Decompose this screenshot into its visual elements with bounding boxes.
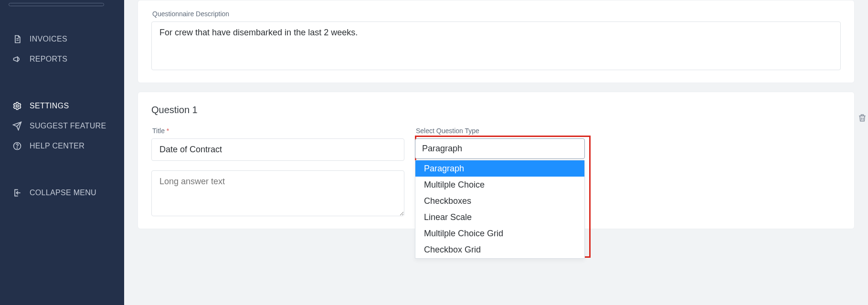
sidebar-item-label: SUGGEST FEATURE [30,122,106,130]
long-answer-textarea[interactable] [151,170,404,216]
question-type-select[interactable]: Paragraph [415,138,585,159]
sidebar-item-label: COLLAPSE MENU [30,189,96,197]
main-content: Questionnaire Description For crew that … [124,0,868,305]
send-icon [12,121,22,131]
sidebar-item-reports[interactable]: REPORTS [0,49,124,69]
sidebar: INVOICES REPORTS SETTINGS SUGG [0,0,124,305]
delete-question-button[interactable] [857,113,867,123]
question-type-option[interactable]: Paragraph [415,160,584,177]
sidebar-item-help-center[interactable]: HELP CENTER [0,136,124,156]
megaphone-icon [12,54,22,64]
description-value: For crew that have disembarked in the la… [159,28,358,37]
gear-icon [12,101,22,111]
question-type-dropdown: Paragraph Multilple Choice Checkboxes Li… [415,160,585,259]
question-type-option[interactable]: Multilple Choice [415,177,584,193]
help-icon [12,141,22,151]
sidebar-item-settings[interactable]: SETTINGS [0,96,124,116]
question-type-option[interactable]: Linear Scale [415,209,584,225]
question-type-option[interactable]: Checkboxes [415,193,584,209]
sidebar-item-label: REPORTS [30,55,67,63]
question-type-option[interactable]: Multilple Choice Grid [415,225,584,242]
sidebar-item-collapse-menu[interactable]: COLLAPSE MENU [0,183,124,203]
title-label-text: Title [152,127,165,135]
trash-icon [857,116,867,124]
sidebar-placeholder-box [9,3,104,6]
title-label: Title * [152,127,404,135]
sidebar-item-label: SETTINGS [30,102,69,110]
question-type-label: Select Question Type [416,127,585,135]
sidebar-item-invoices[interactable]: INVOICES [0,29,124,49]
collapse-icon [12,188,22,198]
sidebar-item-label: INVOICES [30,35,67,43]
svg-point-0 [16,105,19,107]
question-header: Question 1 [151,105,841,116]
required-mark: * [167,127,169,135]
sidebar-item-suggest-feature[interactable]: SUGGEST FEATURE [0,116,124,136]
question-card: Question 1 Title * Select Question Type [138,92,855,229]
questionnaire-description-card: Questionnaire Description For crew that … [138,0,855,83]
svg-point-2 [17,148,18,148]
question-title-input[interactable] [151,138,404,161]
question-type-option[interactable]: Checkbox Grid [415,242,584,258]
invoice-icon [12,34,22,44]
description-input[interactable]: For crew that have disembarked in the la… [151,21,841,70]
question-type-selected-value: Paragraph [422,144,462,153]
sidebar-item-label: HELP CENTER [30,142,85,150]
description-label: Questionnaire Description [152,10,841,18]
